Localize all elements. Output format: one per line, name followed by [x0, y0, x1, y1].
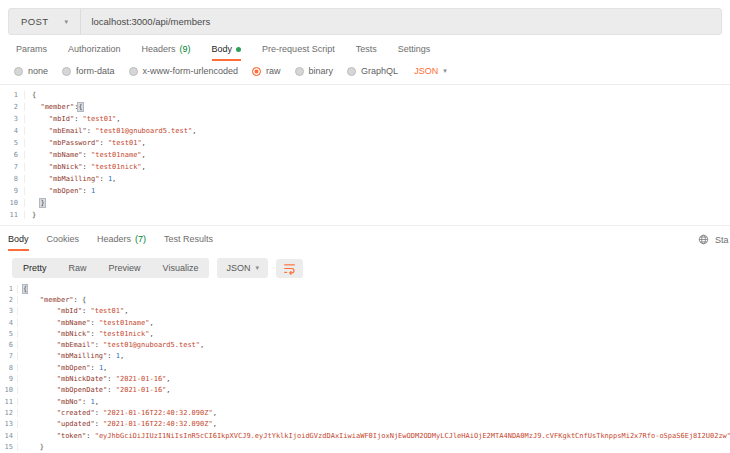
request-tab-params[interactable]: Params — [16, 44, 47, 61]
tab-label: Test Results — [164, 234, 213, 244]
line-number: 2 — [0, 103, 25, 111]
body-type-raw[interactable]: raw — [252, 66, 281, 76]
code-line: 6 "mbName": "test01name", — [0, 149, 730, 161]
tab-label: Body — [8, 234, 29, 244]
code-line: 11 "mbNo": 1, — [0, 396, 730, 407]
line-number: 1 — [0, 91, 25, 99]
code-text: "mbMailling": 1, — [25, 175, 116, 183]
code-line: 11} — [0, 209, 730, 221]
method-label: POST — [21, 16, 48, 27]
request-tab-authorization[interactable]: Authorization — [68, 44, 121, 61]
line-number: 15 — [0, 443, 18, 451]
code-line: 7 "mbMailling": 1, — [0, 351, 730, 362]
response-view-raw[interactable]: Raw — [58, 258, 98, 278]
response-view-switcher: PrettyRawPreviewVisualize — [12, 258, 209, 278]
request-tab-body[interactable]: Body — [212, 44, 242, 61]
code-line: 7 "mbNick": "test01nick", — [0, 161, 730, 173]
response-view-preview[interactable]: Preview — [98, 258, 152, 278]
line-number: 1 — [0, 285, 18, 293]
raw-language-dropdown[interactable]: JSON▾ — [414, 66, 447, 76]
radio-label: form-data — [76, 66, 115, 76]
wrap-text-icon[interactable] — [276, 259, 303, 278]
code-text: "mbOpen": 1, — [18, 364, 107, 372]
body-type-form-data[interactable]: form-data — [62, 66, 115, 76]
code-line: 5 "mbNick": "test01nick", — [0, 328, 730, 339]
code-line: 13 "updated": "2021-01-16T22:40:32.090Z"… — [0, 419, 730, 430]
body-type-graphql[interactable]: GraphQL — [347, 66, 398, 76]
tab-count: (7) — [135, 234, 146, 244]
response-view-pretty[interactable]: Pretty — [12, 258, 58, 278]
code-text: { — [25, 91, 36, 99]
url-input[interactable]: localhost:3000/api/members — [81, 16, 220, 27]
code-line: 5 "mbPassword": "test01", — [0, 137, 730, 149]
response-body-editor[interactable]: 1{2 "member": {3 "mbId": "test01",4 "mbN… — [0, 283, 730, 453]
api-client-app: POST ▾ localhost:3000/api/members Params… — [0, 8, 730, 453]
code-text: { — [18, 285, 27, 293]
code-line: 1{ — [0, 89, 730, 101]
request-tab-headers[interactable]: Headers(9) — [142, 44, 191, 61]
line-number: 14 — [0, 432, 18, 440]
code-text: "mbNo": 1, — [18, 398, 99, 406]
code-line: 3 "mbId": "test01", — [0, 113, 730, 125]
line-number: 6 — [0, 341, 18, 349]
response-language-dropdown[interactable]: JSON ▾ — [217, 258, 268, 278]
code-text: "updated": "2021-01-16T22:40:32.090Z", — [18, 420, 217, 428]
tab-label: Body — [212, 44, 233, 54]
code-line: 12 "created": "2021-01-16T22:40:32.090Z"… — [0, 407, 730, 418]
response-tab-test-results[interactable]: Test Results — [164, 234, 213, 251]
line-number: 5 — [0, 139, 25, 147]
code-text: "member":{ — [25, 103, 83, 111]
code-line: 9 "mbNickDate": "2021-01-16", — [0, 373, 730, 384]
line-number: 4 — [0, 319, 18, 327]
code-line: 8 "mbMailling": 1, — [0, 173, 730, 185]
tab-label: Tests — [356, 44, 377, 54]
response-tab-body[interactable]: Body — [8, 234, 29, 251]
line-number: 10 — [0, 199, 25, 207]
body-type-options: noneform-datax-www-form-urlencodedrawbin… — [14, 66, 722, 76]
code-text: "mbName": "test01name", — [18, 319, 154, 327]
response-view-visualize[interactable]: Visualize — [152, 258, 210, 278]
line-number: 6 — [0, 151, 25, 159]
line-number: 3 — [0, 115, 25, 123]
radio-icon — [62, 67, 71, 76]
line-number: 5 — [0, 330, 18, 338]
body-type-x-www-form-urlencoded[interactable]: x-www-form-urlencoded — [129, 66, 239, 76]
response-tabs: BodyCookiesHeaders(7)Test Results — [8, 234, 213, 251]
response-meta: Sta — [698, 234, 730, 251]
response-tab-cookies[interactable]: Cookies — [47, 234, 80, 251]
response-language-label: JSON — [226, 263, 250, 273]
request-tab-pre-request-script[interactable]: Pre-request Script — [262, 44, 335, 61]
body-type-none[interactable]: none — [14, 66, 48, 76]
response-section-header: BodyCookiesHeaders(7)Test Results Sta — [0, 225, 730, 251]
body-type-binary[interactable]: binary — [295, 66, 334, 76]
tab-label: Headers — [97, 234, 131, 244]
code-text: "mbNick": "test01nick", — [18, 330, 154, 338]
code-text: "mbNick": "test01nick", — [25, 163, 146, 171]
line-number: 4 — [0, 127, 25, 135]
line-number: 9 — [0, 375, 18, 383]
radio-icon — [14, 67, 23, 76]
line-number: 8 — [0, 175, 25, 183]
radio-label: none — [28, 66, 48, 76]
code-line: 4 "mbEmail": "test01@gnuboard5.test", — [0, 125, 730, 137]
request-tabs: ParamsAuthorizationHeaders(9)BodyPre-req… — [16, 44, 722, 61]
radio-label: raw — [266, 66, 281, 76]
radio-icon — [129, 67, 138, 76]
response-status-label: Sta — [715, 235, 729, 245]
radio-label: GraphQL — [361, 66, 398, 76]
code-text: "mbPassword": "test01", — [25, 139, 146, 147]
method-dropdown[interactable]: POST ▾ — [9, 9, 80, 34]
raw-language-label: JSON — [414, 66, 438, 76]
line-number: 8 — [0, 364, 18, 372]
code-text: "mbEmail": "test01@gnuboard5.test", — [18, 341, 204, 349]
code-line: 3 "mbId": "test01", — [0, 306, 730, 317]
response-tab-headers[interactable]: Headers(7) — [97, 234, 146, 251]
globe-icon[interactable] — [698, 234, 709, 245]
radio-icon — [347, 67, 356, 76]
code-line: 4 "mbName": "test01name", — [0, 317, 730, 328]
request-tab-tests[interactable]: Tests — [356, 44, 377, 61]
radio-icon — [252, 67, 261, 76]
request-tab-settings[interactable]: Settings — [398, 44, 431, 61]
tab-label: Params — [16, 44, 47, 54]
request-body-editor[interactable]: 1{2 "member":{3 "mbId": "test01",4 "mbEm… — [0, 84, 730, 221]
